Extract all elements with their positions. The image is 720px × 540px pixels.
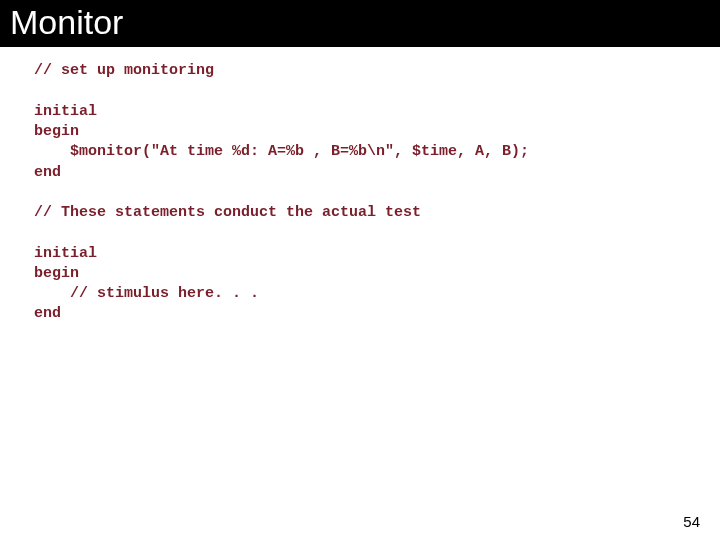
code-block: // set up monitoring initial begin $moni…: [0, 47, 720, 324]
code-text: // set up monitoring initial begin $moni…: [34, 62, 529, 322]
page-number: 54: [683, 513, 700, 530]
title-text: Monitor: [10, 3, 123, 41]
slide-title: Monitor: [0, 0, 720, 47]
page-number-text: 54: [683, 513, 700, 530]
